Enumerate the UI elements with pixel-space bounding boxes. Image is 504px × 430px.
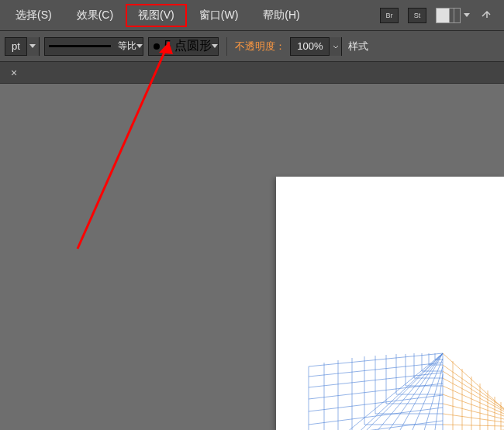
menu-select[interactable]: 选择(S) [3, 4, 64, 27]
bridge-icon[interactable]: Br [380, 8, 399, 23]
stroke-preview [45, 37, 115, 56]
menubar: 选择(S) 效果(C) 视图(V) 窗口(W) 帮助(H) Br St [0, 0, 504, 31]
unit-value: pt [5, 40, 26, 52]
menu-effect[interactable]: 效果(C) [64, 4, 126, 27]
stroke-dropdown-icon[interactable] [136, 44, 143, 48]
menu-view[interactable]: 视图(V) [126, 4, 187, 27]
divider [226, 37, 227, 56]
menubar-icons: Br St [380, 7, 495, 23]
tab-bar: × [0, 62, 504, 84]
unit-dropdown-icon[interactable] [26, 37, 39, 56]
shape-label: 5 点圆形 [164, 38, 212, 54]
layout-icon[interactable] [436, 8, 461, 23]
stock-icon[interactable]: St [408, 8, 426, 23]
stroke-combo[interactable]: 等比 [44, 37, 143, 56]
menu-window[interactable]: 窗口(W) [187, 4, 251, 27]
artboard[interactable] [276, 177, 504, 430]
workspace[interactable] [0, 84, 504, 430]
sync-icon[interactable] [479, 7, 495, 23]
shape-dropdown-icon[interactable] [212, 44, 218, 48]
menu-help[interactable]: 帮助(H) [250, 4, 312, 27]
shape-combo[interactable]: 5 点圆形 [148, 37, 219, 56]
layout-dropdown-icon[interactable] [464, 13, 470, 17]
opacity-value: 100% [291, 40, 329, 52]
style-label: 样式 [348, 40, 368, 53]
shape-dot-icon [154, 43, 160, 50]
opacity-combo[interactable]: 100% [290, 37, 342, 56]
unit-combo[interactable]: pt [5, 37, 40, 56]
option-bar: pt 等比 5 点圆形 不透明度： 100% 样式 [0, 31, 504, 62]
close-icon[interactable]: × [11, 67, 17, 79]
stroke-label: 等比 [118, 40, 136, 53]
opacity-dropdown-icon[interactable] [329, 37, 341, 56]
opacity-label: 不透明度： [235, 40, 285, 53]
